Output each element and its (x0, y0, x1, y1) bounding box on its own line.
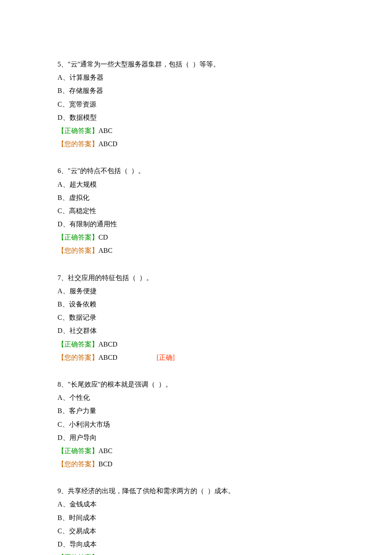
your-answer-label: 【您的答案】 (58, 457, 98, 471)
question-stem: 8、"长尾效应"的根本就是强调（ ）。 (58, 378, 334, 391)
option-a: A、个性化 (58, 391, 334, 404)
question-number: 7、 (58, 274, 68, 281)
correct-answer-label: 【正确答案】 (58, 127, 98, 134)
option-c: C、交易成本 (58, 524, 334, 538)
question-block: 7、社交应用的特征包括（ ）。 A、服务便捷 B、设备依赖 C、数据记录 D、社… (58, 271, 334, 364)
your-answer-row: 【您的答案】ABCD (58, 137, 334, 150)
question-stem: 6、"云"的特点不包括（ ）。 (58, 164, 334, 177)
question-block: 8、"长尾效应"的根本就是强调（ ）。 A、个性化 B、客户力量 C、小利润大市… (58, 378, 334, 471)
your-answer-label: 【您的答案】 (58, 244, 98, 257)
option-c: C、数据记录 (58, 311, 334, 324)
question-text: 社交应用的特征包括（ ）。 (68, 274, 153, 281)
answer-status: [正确] (156, 351, 175, 364)
option-b: B、设备依赖 (58, 298, 334, 311)
question-text: "长尾效应"的根本就是强调（ ）。 (68, 381, 172, 388)
your-answer-value: ABC (98, 244, 112, 257)
question-stem: 5、"云"通常为一些大型服务器集群，包括（ ）等等。 (58, 58, 334, 71)
correct-answer-label: 【正确答案】 (58, 447, 98, 454)
your-answer-label: 【您的答案】 (58, 137, 98, 150)
question-number: 9、 (58, 487, 68, 494)
question-block: 9、共享经济的出现，降低了供给和需求两方的（ ）成本。 A、金钱成本 B、时间成… (58, 484, 334, 555)
question-block: 6、"云"的特点不包括（ ）。 A、超大规模 B、虚拟化 C、高稳定性 D、有限… (58, 164, 334, 257)
option-a: A、超大规模 (58, 178, 334, 191)
question-number: 5、 (58, 61, 68, 68)
option-c: C、小利润大市场 (58, 418, 334, 431)
option-d: D、数据模型 (58, 111, 334, 124)
your-answer-value: ABCD (98, 137, 117, 150)
question-number: 8、 (58, 381, 68, 388)
your-answer-value: ABCD (98, 351, 117, 364)
option-b: B、客户力量 (58, 404, 334, 417)
correct-answer-row: 【正确答案】AB (58, 551, 334, 555)
option-d: D、社交群体 (58, 324, 334, 337)
correct-answer-value: ABCD (98, 341, 117, 348)
question-number: 6、 (58, 167, 68, 174)
correct-answer-row: 【正确答案】CD (58, 231, 334, 244)
option-d: D、用户导向 (58, 431, 334, 444)
option-a: A、计算服务器 (58, 71, 334, 84)
option-a: A、金钱成本 (58, 497, 334, 511)
option-d: D、有限制的通用性 (58, 217, 334, 231)
your-answer-label: 【您的答案】 (58, 351, 98, 364)
option-c: C、宽带资源 (58, 98, 334, 111)
question-text: "云"通常为一些大型服务器集群，包括（ ）等等。 (68, 61, 220, 68)
option-d: D、导向成本 (58, 538, 334, 551)
option-b: B、时间成本 (58, 511, 334, 524)
question-block: 5、"云"通常为一些大型服务器集群，包括（ ）等等。 A、计算服务器 B、存储服… (58, 58, 334, 150)
your-answer-row: 【您的答案】ABCD[正确] (58, 351, 334, 364)
correct-answer-value: ABC (98, 447, 112, 454)
option-b: B、虚拟化 (58, 191, 334, 204)
your-answer-row: 【您的答案】ABC (58, 244, 334, 257)
option-b: B、存储服务器 (58, 84, 334, 97)
question-text: 共享经济的出现，降低了供给和需求两方的（ ）成本。 (68, 487, 235, 494)
your-answer-value: BCD (98, 457, 112, 471)
correct-answer-value: CD (98, 234, 108, 241)
correct-answer-row: 【正确答案】ABC (58, 444, 334, 457)
question-text: "云"的特点不包括（ ）。 (68, 167, 145, 174)
document-page: 5、"云"通常为一些大型服务器集群，包括（ ）等等。 A、计算服务器 B、存储服… (0, 0, 392, 555)
correct-answer-row: 【正确答案】ABC (58, 124, 334, 137)
your-answer-row: 【您的答案】BCD (58, 457, 334, 471)
correct-answer-row: 【正确答案】ABCD (58, 338, 334, 351)
correct-answer-label: 【正确答案】 (58, 234, 98, 241)
option-c: C、高稳定性 (58, 204, 334, 217)
option-a: A、服务便捷 (58, 284, 334, 298)
question-stem: 7、社交应用的特征包括（ ）。 (58, 271, 334, 284)
correct-answer-label: 【正确答案】 (58, 341, 98, 348)
correct-answer-value: ABC (98, 127, 112, 134)
question-stem: 9、共享经济的出现，降低了供给和需求两方的（ ）成本。 (58, 484, 334, 497)
